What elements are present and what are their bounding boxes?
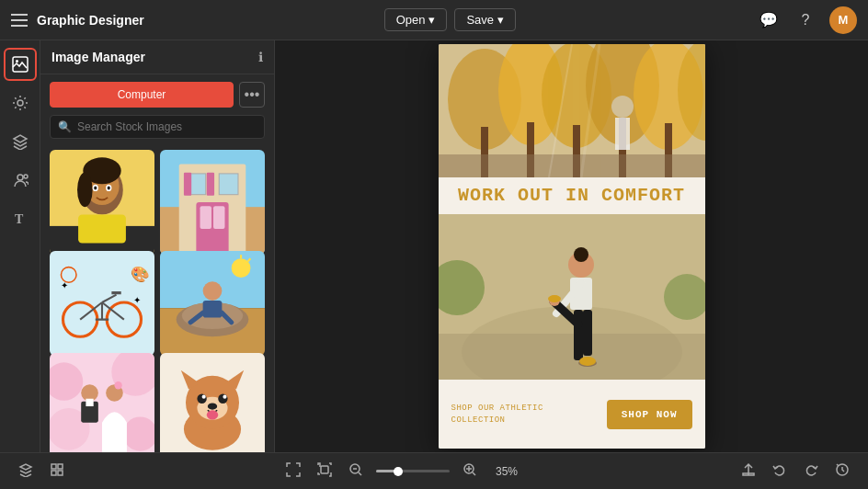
sidebar-icon-text[interactable]: T [4, 202, 37, 235]
svg-point-65 [197, 393, 206, 403]
svg-text:✦: ✦ [133, 295, 141, 305]
svg-point-84 [611, 96, 634, 118]
svg-point-1 [16, 60, 18, 63]
search-input[interactable] [77, 120, 257, 133]
zoom-slider[interactable] [376, 470, 450, 472]
chat-icon[interactable]: 💬 [756, 7, 782, 33]
bottom-toolbar: 35% [0, 452, 868, 489]
avatar[interactable]: M [829, 6, 857, 34]
sidebar-icon-layers[interactable] [4, 125, 37, 158]
fit-screen-icon[interactable] [282, 459, 304, 483]
svg-rect-102 [51, 464, 56, 469]
zoom-value: 35% [490, 465, 523, 478]
image-thumb-4[interactable] [160, 251, 265, 356]
save-label: Save [466, 13, 494, 27]
design-canvas: Work out in Comfort [439, 44, 705, 449]
tab-computer-label: Computer [118, 88, 166, 101]
svg-point-67 [202, 394, 206, 398]
svg-point-69 [208, 403, 217, 409]
actual-size-icon[interactable] [314, 459, 336, 483]
image-grid: 🎨 ✦ ✦ [40, 146, 274, 452]
svg-rect-85 [615, 118, 630, 150]
svg-text:T: T [15, 212, 24, 226]
icon-sidebar: T [0, 40, 40, 452]
canvas-sub-text-line2: Collection [451, 415, 506, 425]
canvas-top-image [439, 44, 705, 177]
help-icon[interactable]: ? [793, 7, 818, 33]
undo-icon[interactable] [769, 459, 791, 483]
tab-computer[interactable]: Computer [50, 82, 234, 108]
topbar: Graphic Designer Open ▾ Save ▾ 💬 ? M [0, 0, 868, 40]
sidebar-icon-users[interactable] [4, 164, 37, 197]
svg-rect-104 [51, 471, 56, 475]
topbar-center: Open ▾ Save ▾ [384, 8, 516, 31]
canvas-sub-text: Shop our Athletic Collection [451, 403, 543, 426]
canvas-mid-image [439, 214, 705, 393]
svg-rect-26 [207, 173, 214, 196]
menu-icon[interactable] [11, 14, 28, 27]
svg-rect-25 [184, 173, 191, 196]
bottom-toolbar-center: 35% [282, 459, 523, 483]
save-button[interactable]: Save ▾ [454, 8, 516, 31]
save-chevron-icon: ▾ [497, 13, 504, 27]
svg-point-4 [24, 175, 28, 178]
open-chevron-icon: ▾ [428, 13, 435, 27]
bottom-toolbar-right [737, 459, 853, 483]
grid-icon[interactable] [46, 459, 68, 483]
svg-point-68 [223, 394, 226, 398]
present-icon[interactable] [737, 459, 760, 483]
canvas-sub-text-line1: Shop our Athletic [451, 404, 543, 413]
svg-rect-106 [321, 466, 328, 473]
main: T Image Manager ℹ Computer ••• 🔍 [0, 40, 868, 452]
svg-point-48 [232, 259, 251, 279]
svg-point-101 [548, 295, 561, 302]
sidebar-icon-settings[interactable] [4, 86, 37, 119]
svg-point-3 [17, 175, 23, 180]
svg-rect-105 [58, 471, 63, 475]
svg-point-11 [77, 173, 93, 207]
tab-more-label: ••• [245, 86, 260, 103]
canvas-text-section: Work out in Comfort [439, 177, 705, 214]
layers-icon[interactable] [15, 459, 37, 483]
open-button[interactable]: Open ▾ [384, 8, 448, 31]
info-icon[interactable]: ℹ [258, 50, 263, 64]
svg-rect-95 [583, 310, 592, 356]
image-manager-panel: Image Manager ℹ Computer ••• 🔍 [40, 40, 275, 452]
redo-icon[interactable] [800, 459, 822, 483]
svg-line-109 [359, 472, 361, 475]
image-thumb-1[interactable] [50, 150, 154, 255]
svg-point-92 [574, 247, 588, 262]
svg-point-60 [114, 381, 121, 389]
image-thumb-2[interactable] [160, 150, 265, 255]
svg-point-15 [94, 186, 97, 189]
zoom-in-icon[interactable] [459, 459, 481, 483]
topbar-left: Graphic Designer [11, 13, 144, 28]
panel-title: Image Manager [51, 50, 145, 64]
svg-point-44 [203, 281, 223, 301]
shop-now-button[interactable]: SHOP NOW [607, 400, 692, 429]
svg-rect-22 [213, 206, 224, 229]
svg-text:✦: ✦ [61, 281, 68, 291]
image-thumb-3[interactable]: 🎨 ✦ ✦ [50, 251, 154, 356]
panel-tabs: Computer ••• [40, 74, 274, 115]
svg-point-66 [218, 393, 227, 403]
svg-point-70 [207, 410, 218, 419]
svg-rect-12 [78, 214, 126, 243]
zoom-out-icon[interactable] [345, 459, 367, 483]
canvas-headline: Work out in Comfort [450, 185, 694, 207]
search-icon: 🔍 [58, 120, 72, 133]
tab-more-button[interactable]: ••• [239, 82, 265, 108]
zoom-handle[interactable] [394, 467, 403, 476]
image-thumb-6[interactable] [160, 353, 265, 452]
svg-point-16 [108, 186, 110, 189]
app-title: Graphic Designer [37, 13, 144, 28]
svg-rect-21 [200, 206, 211, 229]
bottom-toolbar-left [15, 459, 68, 483]
image-thumb-5[interactable] [50, 353, 154, 452]
svg-rect-45 [203, 301, 223, 318]
sidebar-icon-image[interactable] [4, 48, 37, 81]
svg-rect-83 [439, 154, 705, 177]
history-icon[interactable] [831, 459, 853, 483]
svg-point-100 [579, 357, 596, 366]
panel-header: Image Manager ℹ [40, 40, 274, 74]
